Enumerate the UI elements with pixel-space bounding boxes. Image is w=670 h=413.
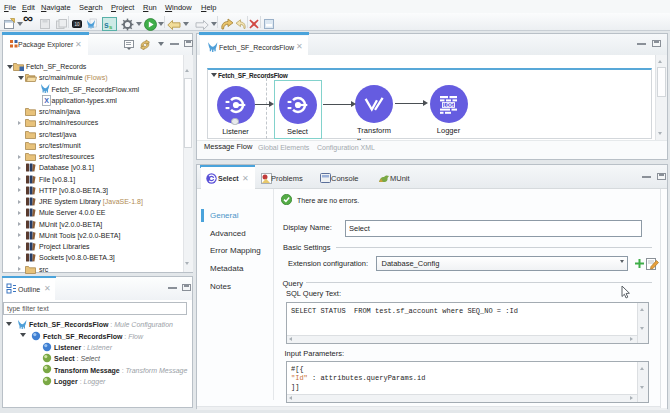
svg-text:s: s bbox=[109, 24, 113, 30]
svg-text:LOG: LOG bbox=[443, 103, 453, 108]
svg-text:10: 10 bbox=[74, 22, 80, 27]
